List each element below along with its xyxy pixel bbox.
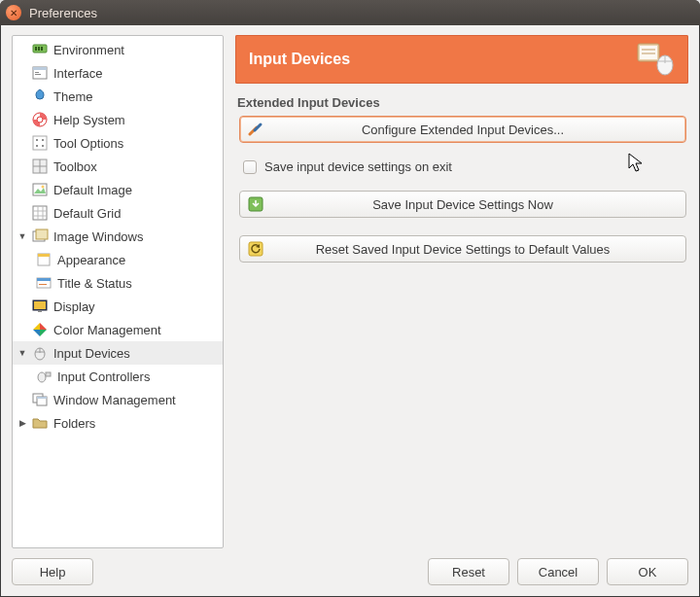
- tree-item-label: Default Image: [52, 183, 132, 197]
- svg-point-19: [42, 186, 45, 189]
- default-grid-icon: [30, 204, 50, 222]
- tree-item-appearance[interactable]: Appearance: [13, 248, 223, 271]
- expander-icon[interactable]: ▼: [17, 348, 28, 358]
- svg-rect-42: [37, 397, 47, 399]
- svg-rect-39: [46, 372, 51, 376]
- save-on-exit-row[interactable]: Save input device settings on exit: [243, 159, 686, 174]
- button-label: Reset Saved Input Device Settings to Def…: [316, 242, 611, 257]
- tree-item-default-image[interactable]: Default Image: [13, 178, 223, 201]
- tree-item-image-windows[interactable]: ▼Image Windows: [13, 225, 223, 248]
- svg-rect-5: [33, 67, 47, 70]
- folders-icon: [30, 414, 50, 432]
- tree-item-label: Toolbox: [52, 159, 97, 174]
- tree-item-label: Interface: [52, 66, 103, 81]
- svg-rect-7: [35, 74, 41, 75]
- main-panel: Input Devices Extended Input: [235, 35, 688, 548]
- theme-icon: [30, 88, 50, 105]
- preferences-window: ✕ Preferences EnvironmentInterfaceThemeH…: [0, 0, 700, 597]
- tree-item-label: Environment: [52, 43, 124, 57]
- tree-item-theme[interactable]: Theme: [13, 85, 223, 108]
- default-image-icon: [30, 181, 50, 198]
- svg-rect-1: [35, 47, 37, 51]
- save-icon: [248, 196, 263, 212]
- svg-rect-3: [41, 47, 43, 51]
- svg-rect-20: [33, 206, 47, 220]
- tree-item-input-devices[interactable]: ▼Input Devices: [13, 341, 223, 365]
- interface-icon: [30, 64, 50, 82]
- tree-item-label: Title & Status: [55, 276, 132, 291]
- tree-item-label: Window Management: [52, 393, 176, 407]
- svg-rect-6: [35, 72, 39, 73]
- color-icon: [30, 321, 50, 338]
- tree-item-label: Display: [52, 299, 95, 314]
- svg-rect-31: [39, 284, 47, 285]
- tree-item-interface[interactable]: Interface: [13, 61, 223, 85]
- tree-item-label: Default Grid: [52, 206, 121, 221]
- input-devices-icon: [30, 344, 50, 362]
- svg-point-9: [37, 117, 43, 123]
- section-title: Extended Input Devices: [237, 95, 688, 110]
- tree-item-label: Input Devices: [52, 346, 130, 361]
- svg-point-38: [38, 372, 46, 382]
- tree-item-label: Help System: [52, 113, 125, 127]
- expander-icon[interactable]: ▼: [17, 231, 28, 241]
- svg-rect-2: [38, 47, 40, 51]
- tree-item-window-management[interactable]: Window Management: [13, 388, 223, 411]
- window-title: Preferences: [29, 6, 97, 20]
- tree-item-label: Folders: [52, 416, 95, 431]
- svg-point-14: [42, 145, 44, 147]
- close-icon[interactable]: ✕: [6, 5, 21, 20]
- tree-item-toolbox[interactable]: Toolbox: [13, 155, 223, 178]
- tree-item-help-system[interactable]: Help System: [13, 108, 223, 131]
- tool-opt-icon: [30, 134, 50, 152]
- tree-item-title-status[interactable]: Title & Status: [13, 271, 223, 295]
- svg-rect-18: [33, 184, 47, 195]
- appearance-icon: [34, 251, 53, 268]
- svg-rect-33: [34, 301, 46, 309]
- tree-item-label: Input Controllers: [55, 369, 150, 384]
- help-icon: [30, 111, 50, 128]
- env-icon: [30, 41, 50, 58]
- configure-extended-input-button[interactable]: Configure Extended Input Devices...: [239, 116, 686, 143]
- svg-point-12: [42, 139, 44, 141]
- tree-item-folders[interactable]: ▶Folders: [13, 411, 223, 435]
- category-tree[interactable]: EnvironmentInterfaceThemeHelp SystemTool…: [12, 35, 224, 548]
- tree-item-default-grid[interactable]: Default Grid: [13, 201, 223, 225]
- checkbox-icon[interactable]: [243, 160, 257, 174]
- tree-item-display[interactable]: Display: [13, 295, 223, 318]
- cancel-button[interactable]: Cancel: [517, 558, 599, 585]
- svg-rect-26: [36, 229, 48, 239]
- dialog-footer: Help Reset Cancel OK: [12, 548, 688, 585]
- tree-item-environment[interactable]: Environment: [13, 38, 223, 61]
- titlebar: ✕ Preferences: [0, 0, 700, 25]
- tree-item-input-controllers[interactable]: Input Controllers: [13, 365, 223, 388]
- svg-rect-10: [33, 136, 47, 150]
- display-icon: [30, 298, 50, 315]
- tree-item-label: Theme: [52, 89, 92, 104]
- reset-defaults-button[interactable]: Reset Saved Input Device Settings to Def…: [239, 235, 686, 263]
- svg-rect-44: [640, 46, 657, 59]
- checkbox-label: Save input device settings on exit: [264, 159, 452, 174]
- svg-point-13: [36, 145, 38, 147]
- svg-rect-34: [38, 310, 42, 312]
- tree-item-color-management[interactable]: Color Management: [13, 318, 223, 341]
- window-mgmt-icon: [30, 391, 50, 408]
- title-status-icon: [34, 274, 53, 292]
- reset-icon: [248, 241, 263, 257]
- svg-point-11: [36, 139, 38, 141]
- ok-button[interactable]: OK: [607, 558, 688, 585]
- tree-item-tool-options[interactable]: Tool Options: [13, 131, 223, 155]
- tree-item-label: Tool Options: [52, 136, 123, 151]
- expander-icon[interactable]: ▶: [17, 418, 28, 428]
- save-now-button[interactable]: Save Input Device Settings Now: [239, 191, 686, 218]
- help-button[interactable]: Help: [12, 558, 93, 585]
- tree-item-label: Image Windows: [52, 229, 143, 244]
- panel-title: Input Devices: [249, 51, 350, 68]
- reset-button[interactable]: Reset: [428, 558, 509, 585]
- svg-rect-30: [37, 278, 51, 281]
- button-label: Save Input Device Settings Now: [372, 197, 553, 212]
- tree-item-label: Color Management: [52, 323, 161, 337]
- button-label: Configure Extended Input Devices...: [362, 123, 564, 137]
- input-devices-icon: [636, 42, 675, 77]
- tree-item-label: Appearance: [55, 253, 125, 267]
